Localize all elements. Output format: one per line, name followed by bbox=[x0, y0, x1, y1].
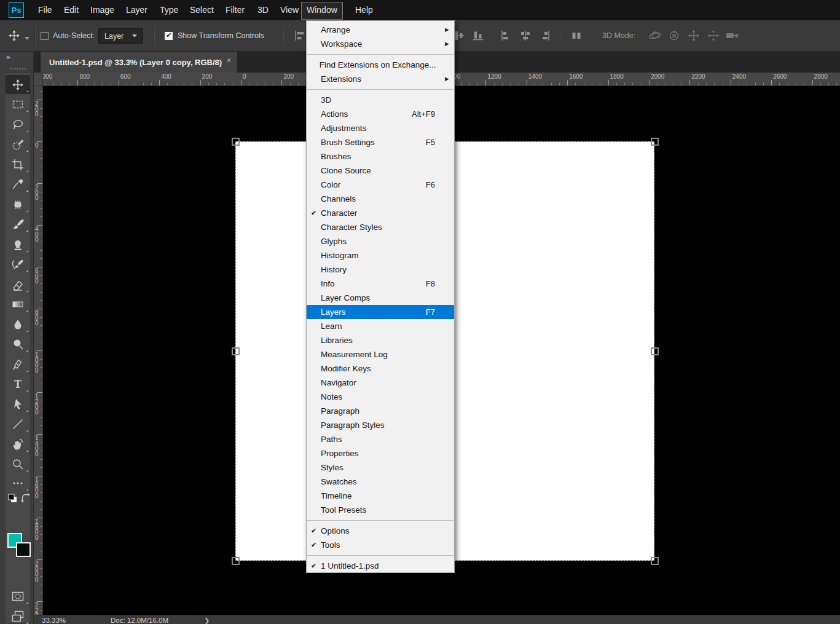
transform-handle-top-left[interactable] bbox=[232, 138, 240, 146]
menu-item-options[interactable]: ✔Options bbox=[307, 524, 454, 538]
menu-item-navigator[interactable]: Navigator bbox=[307, 376, 454, 390]
background-color-swatch[interactable] bbox=[16, 542, 31, 557]
menu-item-styles[interactable]: Styles bbox=[307, 460, 454, 475]
gradient-tool[interactable] bbox=[6, 294, 30, 314]
crop-tool[interactable] bbox=[6, 155, 30, 174]
menu-item-adjustments[interactable]: Adjustments bbox=[307, 121, 454, 135]
pan-3d-icon[interactable] bbox=[686, 29, 701, 42]
collapse-panel-icon[interactable]: » bbox=[6, 53, 11, 61]
camera-3d-icon[interactable] bbox=[724, 29, 742, 42]
swap-colors-icon[interactable] bbox=[20, 492, 31, 503]
distribute-spacing-horizontal-icon[interactable] bbox=[570, 30, 583, 42]
menu-item-paragraph-styles[interactable]: Paragraph Styles bbox=[307, 418, 454, 432]
menubar-item-view[interactable]: View bbox=[275, 2, 304, 18]
transform-handle-middle-left[interactable] bbox=[232, 347, 240, 355]
ruler-corner[interactable] bbox=[34, 73, 43, 86]
menu-item-find-extensions-on-exchange[interactable]: Find Extensions on Exchange... bbox=[307, 58, 454, 72]
eyedropper-tool[interactable] bbox=[6, 175, 30, 194]
menu-item-histogram[interactable]: Histogram bbox=[307, 248, 454, 263]
distribute-left-edges-icon[interactable] bbox=[500, 30, 512, 42]
zoom-tool[interactable] bbox=[6, 454, 30, 473]
pen-tool[interactable] bbox=[6, 355, 30, 374]
menu-item-info[interactable]: InfoF8 bbox=[307, 277, 454, 291]
history-brush-tool[interactable] bbox=[6, 255, 30, 274]
menu-item-notes[interactable]: Notes bbox=[307, 390, 454, 404]
path-selection-tool[interactable] bbox=[6, 395, 30, 414]
menubar-item-window[interactable]: Window bbox=[301, 2, 343, 20]
menu-item-properties[interactable]: Properties bbox=[307, 446, 454, 460]
transform-handle-bottom-left[interactable] bbox=[232, 557, 240, 565]
menu-item-color[interactable]: ColorF6 bbox=[307, 178, 454, 192]
menu-item-history[interactable]: History bbox=[307, 263, 454, 277]
menu-item-character-styles[interactable]: Character Styles bbox=[307, 220, 454, 234]
edit-toolbar-button[interactable] bbox=[6, 473, 30, 492]
menu-item-layer-comps[interactable]: Layer Comps bbox=[307, 291, 454, 305]
menu-item-channels[interactable]: Channels bbox=[307, 192, 454, 206]
slide-3d-icon[interactable] bbox=[706, 29, 721, 42]
menubar-item-file[interactable]: File bbox=[33, 2, 57, 18]
tool-preset-caret-icon[interactable] bbox=[25, 37, 29, 40]
eraser-tool[interactable] bbox=[6, 275, 30, 294]
distribute-right-edges-icon[interactable] bbox=[539, 30, 551, 42]
distribute-horizontal-centers-icon[interactable] bbox=[519, 30, 532, 42]
status-popup-chevron-icon[interactable]: ❯ bbox=[204, 617, 210, 624]
dodge-tool[interactable] bbox=[6, 334, 30, 353]
menu-item-measurement-log[interactable]: Measurement Log bbox=[307, 347, 454, 361]
menu-item-brush-settings[interactable]: Brush SettingsF5 bbox=[307, 135, 454, 149]
move-tool[interactable] bbox=[6, 75, 30, 94]
menu-item-character[interactable]: ✔Character bbox=[307, 206, 454, 220]
menu-item-3d[interactable]: 3D bbox=[307, 93, 454, 107]
type-tool[interactable]: T bbox=[6, 374, 30, 393]
align-bottom-edges-icon[interactable] bbox=[472, 30, 484, 42]
clone-stamp-tool[interactable] bbox=[6, 235, 30, 254]
hand-tool[interactable] bbox=[6, 435, 30, 454]
lasso-tool[interactable] bbox=[6, 115, 30, 134]
align-vertical-centers-icon[interactable] bbox=[453, 30, 465, 42]
orbit-3d-icon[interactable] bbox=[646, 29, 663, 42]
menubar-item-select[interactable]: Select bbox=[185, 2, 219, 18]
show-transform-controls-checkbox[interactable] bbox=[165, 32, 173, 40]
menu-item-brushes[interactable]: Brushes bbox=[307, 149, 454, 164]
menubar-item-image[interactable]: Image bbox=[85, 2, 119, 18]
menu-item-modifier-keys[interactable]: Modifier Keys bbox=[307, 361, 454, 376]
rectangular-marquee-tool[interactable] bbox=[6, 95, 30, 114]
blur-tool[interactable] bbox=[6, 315, 30, 334]
menu-item-timeline[interactable]: Timeline bbox=[307, 489, 454, 503]
auto-select-target-dropdown[interactable]: Layer bbox=[98, 28, 143, 44]
menubar-item-3d[interactable]: 3D bbox=[253, 2, 273, 18]
line-tool[interactable] bbox=[6, 414, 30, 433]
menubar-item-help[interactable]: Help bbox=[350, 2, 378, 18]
auto-select-checkbox[interactable] bbox=[41, 32, 49, 40]
menu-item-tools[interactable]: ✔Tools bbox=[307, 538, 454, 552]
zoom-level-field[interactable]: 33.33% bbox=[42, 617, 66, 624]
menu-item-actions[interactable]: ActionsAlt+F9 bbox=[307, 107, 454, 121]
default-colors-icon[interactable] bbox=[8, 494, 18, 504]
menu-item-extensions[interactable]: Extensions▶ bbox=[307, 72, 454, 86]
menubar-item-layer[interactable]: Layer bbox=[121, 2, 152, 18]
roll-3d-icon[interactable] bbox=[667, 29, 681, 42]
menu-item-glyphs[interactable]: Glyphs bbox=[307, 234, 454, 248]
menu-item-tool-presets[interactable]: Tool Presets bbox=[307, 503, 454, 517]
toolbar-grip[interactable] bbox=[10, 68, 26, 69]
menu-item-paragraph[interactable]: Paragraph bbox=[307, 404, 454, 418]
menu-item-swatches[interactable]: Swatches bbox=[307, 475, 454, 489]
menubar-item-edit[interactable]: Edit bbox=[59, 2, 84, 18]
menu-item-learn[interactable]: Learn bbox=[307, 319, 454, 333]
transform-handle-middle-right[interactable] bbox=[651, 347, 659, 355]
menu-item-1-untitled-1-psd[interactable]: ✔1 Untitled-1.psd bbox=[307, 559, 454, 573]
menu-item-clone-source[interactable]: Clone Source bbox=[307, 164, 454, 178]
vertical-ruler[interactable]: 2000200400600800100012001400160018002000… bbox=[34, 86, 43, 615]
transform-handle-bottom-right[interactable] bbox=[651, 557, 659, 565]
menubar-item-filter[interactable]: Filter bbox=[221, 2, 249, 18]
menu-item-layers[interactable]: LayersF7 bbox=[307, 305, 454, 319]
tab-close-icon[interactable]: × bbox=[226, 55, 231, 65]
quick-selection-tool[interactable] bbox=[6, 135, 30, 154]
menu-item-arrange[interactable]: Arrange▶ bbox=[307, 23, 454, 37]
menubar-item-type[interactable]: Type bbox=[155, 2, 183, 18]
menu-item-paths[interactable]: Paths bbox=[307, 432, 454, 446]
screen-mode-button[interactable] bbox=[6, 607, 30, 624]
transform-handle-top-right[interactable] bbox=[651, 138, 659, 146]
menu-item-libraries[interactable]: Libraries bbox=[307, 333, 454, 347]
document-tab[interactable]: Untitled-1.psd @ 33.3% (Layer 0 copy, RG… bbox=[41, 52, 237, 73]
menu-item-workspace[interactable]: Workspace▶ bbox=[307, 37, 454, 51]
